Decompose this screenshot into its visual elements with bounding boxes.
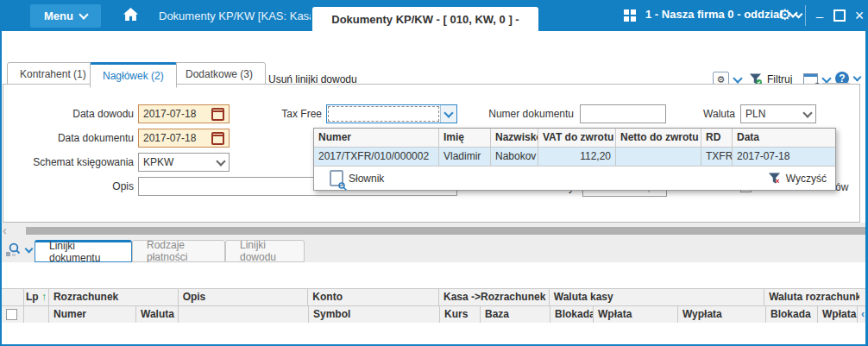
select-all-checkbox[interactable] [6, 309, 17, 320]
company-selector-label: 1 - Nasza firma 0 - oddział [645, 8, 783, 21]
tax-free-dropdown-popup: Numer Imię Nazwisko VAT do zwrotu Netto … [313, 128, 836, 191]
grid-view-button[interactable] [5, 242, 32, 258]
slownik-label: Słownik [349, 173, 384, 185]
grid-header-group-row: Lp ↑ Rozrachunek Opis Konto Kasa ->Rozra… [0, 289, 868, 306]
col-blokada-2[interactable]: Blokada [766, 306, 818, 324]
col-wplata-2[interactable]: Wpłata [818, 306, 858, 324]
title-bar: Menu Dokumenty KP/KW [KAS: Kasa zewn Dok… [0, 0, 868, 31]
data-dowodu-value: 2017-07-18 [143, 105, 196, 123]
tax-free-label: Tax Free [259, 104, 322, 123]
dropdown-col-nazwisko[interactable]: Nazwisko [491, 129, 538, 148]
chevron-down-icon [79, 9, 88, 19]
chevron-down-icon [802, 108, 812, 117]
data-dokumentu-label: Data dokumentu [26, 129, 134, 148]
magnifier-panel-icon [5, 242, 22, 258]
calendar-icon[interactable] [211, 108, 224, 121]
wyczysc-button[interactable]: × Wyczyść [768, 173, 827, 185]
dropdown-footer: Słownik × Wyczyść [314, 167, 835, 190]
col-baza[interactable]: Baza [481, 306, 550, 324]
grid-header: Lp ↑ Rozrachunek Opis Konto Kasa ->Rozra… [0, 288, 868, 324]
col-opis-sub [179, 306, 309, 324]
tax-free-dropdown-button[interactable] [440, 105, 456, 123]
menu-button[interactable]: Menu [30, 4, 101, 28]
tab-naglowek[interactable]: Nagłówek (2) [90, 62, 177, 88]
home-icon[interactable] [123, 8, 138, 23]
col-numer[interactable]: Numer [49, 306, 136, 324]
titlebar-separator [805, 5, 806, 26]
dropdown-col-vat[interactable]: VAT do zwrotu [538, 129, 616, 148]
tax-free-combo[interactable] [326, 104, 457, 123]
colgroup-waluta-kasy[interactable]: Waluta kasy [550, 289, 764, 306]
opis-label: Opis [26, 177, 134, 196]
col-waluta[interactable]: Waluta [136, 306, 179, 324]
select-column-header[interactable] [0, 289, 24, 306]
numer-dokumentu-input[interactable] [580, 104, 666, 123]
tab-linijki-dokumentu[interactable]: Linijki dokumentu [35, 240, 132, 262]
numer-dokumentu-label: Numer dokumentu [466, 104, 574, 123]
dropdown-col-numer[interactable]: Numer [314, 129, 439, 148]
tab-rodzaje-platnosci[interactable]: Rodzaje płatności [132, 240, 225, 262]
colgroup-rozrachunek[interactable]: Rozrachunek [49, 289, 179, 306]
waluta-label: Waluta [682, 104, 735, 123]
horizontal-scrollbar-thumb[interactable] [26, 227, 865, 235]
active-document-tab[interactable]: Dokumenty KP/KW - [ 010, KW, 0 ] - [312, 7, 538, 31]
tab-dodatkowe[interactable]: Dodatkowe (3) [173, 62, 266, 85]
col-symbol[interactable]: Symbol [309, 306, 440, 324]
tax-free-value [328, 106, 439, 122]
data-dowodu-field[interactable]: 2017-07-18 [138, 104, 230, 123]
settings-menu[interactable]: ⚙ [778, 6, 802, 24]
close-button[interactable]: × [849, 5, 868, 26]
gear-icon: ⚙ [778, 6, 791, 24]
minimize-button[interactable]: – [809, 5, 830, 26]
cell-nazwisko: Nabokov [491, 148, 538, 167]
tab-linijki-dowodu[interactable]: Linijki dowodu [225, 240, 305, 262]
background-document-tab[interactable]: Dokumenty KP/KW [KAS: Kasa zewn [159, 9, 311, 24]
dropdown-col-data[interactable]: Data [733, 129, 835, 148]
cell-imie: Vladimir [439, 148, 491, 167]
main-toolbar: ⚙ Procedury + Generuj dowód – Usuń linij… [0, 31, 868, 60]
tab-kontrahent[interactable]: Kontrahent (1) [7, 62, 99, 85]
dropdown-col-imie[interactable]: Imię [439, 129, 491, 148]
data-dokumentu-value: 2017-07-18 [143, 129, 196, 147]
cell-numer: 2017/TXFR/010/000002 [314, 148, 439, 167]
col-konto[interactable]: Konto [308, 289, 439, 306]
document-search-icon [330, 170, 343, 186]
select-all-cell[interactable] [0, 306, 24, 324]
dropdown-col-rd[interactable]: RD [701, 129, 733, 148]
schemat-ksiegowania-select[interactable]: KPKW [138, 153, 230, 172]
col-lp-sub [24, 306, 49, 324]
company-selector[interactable]: 1 - Nasza firma 0 - oddział [645, 8, 796, 21]
dropdown-header-row: Numer Imię Nazwisko VAT do zwrotu Netto … [314, 129, 835, 148]
maximize-icon [833, 9, 846, 22]
calendar-icon[interactable] [211, 132, 224, 145]
col-blokada[interactable]: Blokada [550, 306, 594, 324]
grid-toolbar: + Nowy Edycja × Filtruj ? [0, 262, 868, 287]
hscroll-left-arrow[interactable]: ‹ [3, 226, 7, 235]
grid-header-sub-row: Numer Waluta Symbol Kurs Baza Blokada Wp… [0, 306, 868, 324]
window-border-left [0, 31, 2, 346]
chevron-down-icon [795, 9, 803, 18]
dropdown-col-netto[interactable]: Netto do zwrotu [616, 129, 701, 148]
grid-body-empty[interactable] [0, 323, 868, 344]
waluta-select[interactable]: PLN [740, 104, 816, 123]
apps-grid-icon[interactable] [624, 9, 637, 22]
sort-up-icon: ↑ [41, 291, 47, 303]
colgroup-kasa-rozrachunek[interactable]: Kasa ->Rozrachunek [439, 289, 550, 306]
col-wyplata[interactable]: Wypłata [678, 306, 766, 324]
slownik-button[interactable]: Słownik [330, 170, 384, 186]
dropdown-data-row[interactable]: 2017/TXFR/010/000002 Vladimir Nabokov 11… [314, 148, 835, 167]
chevron-down-icon [216, 156, 225, 166]
colgroup-waluta-rozrachunku[interactable]: Waluta rozrachunk [764, 289, 859, 306]
col-opis[interactable]: Opis [179, 289, 309, 306]
cell-rd: TXFR [701, 148, 733, 167]
maximize-button[interactable] [829, 5, 850, 26]
col-lp[interactable]: Lp ↑ [24, 289, 49, 306]
col-kurs[interactable]: Kurs [440, 306, 481, 324]
app-window: Menu Dokumenty KP/KW [KAS: Kasa zewn Dok… [0, 0, 868, 346]
filter-clear-icon: × [768, 173, 781, 185]
col-wplata[interactable]: Wpłata [594, 306, 678, 324]
waluta-value: PLN [745, 105, 765, 123]
data-dokumentu-field[interactable]: 2017-07-18 [138, 129, 230, 148]
cell-vat: 112,20 [538, 148, 616, 167]
schemat-ksiegowania-label: Schemat księgowania [9, 153, 134, 172]
